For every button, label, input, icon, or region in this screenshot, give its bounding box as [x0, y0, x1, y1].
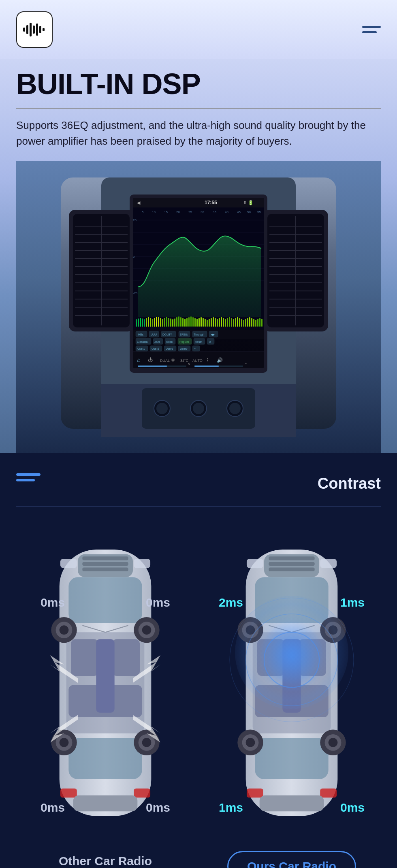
svg-rect-209	[134, 789, 150, 798]
svg-text:+: +	[245, 362, 247, 365]
svg-text:55: 55	[257, 210, 261, 214]
svg-rect-109	[219, 318, 220, 327]
svg-rect-92	[184, 319, 186, 327]
svg-rect-78	[156, 317, 157, 327]
svg-rect-101	[203, 318, 204, 327]
svg-rect-68	[136, 319, 137, 327]
svg-rect-115	[231, 318, 232, 327]
svg-text:⌇: ⌇	[207, 357, 209, 363]
svg-rect-72	[144, 319, 145, 327]
svg-point-222	[142, 738, 152, 747]
other-car-comparison: 0ms 0ms 0ms 0ms	[28, 531, 182, 868]
icon-lines	[16, 473, 41, 481]
svg-rect-242	[260, 795, 324, 812]
svg-text:45: 45	[237, 210, 241, 214]
svg-text:35: 35	[213, 210, 216, 214]
svg-rect-5	[39, 26, 41, 33]
svg-rect-129	[259, 318, 260, 327]
svg-point-219	[60, 738, 69, 747]
svg-rect-3	[33, 26, 35, 34]
svg-text:Jazz: Jazz	[154, 340, 160, 343]
other-car-view: 0ms 0ms 0ms 0ms	[36, 531, 174, 835]
svg-text:AUTO: AUTO	[192, 359, 203, 363]
icon-line-2	[16, 479, 35, 481]
section-icon	[16, 473, 41, 481]
svg-text:DUAL: DUAL	[160, 359, 170, 363]
svg-rect-239	[255, 738, 328, 779]
svg-rect-81	[162, 319, 163, 327]
svg-rect-85	[170, 319, 171, 327]
svg-text:⊙: ⊙	[209, 340, 211, 343]
svg-rect-122	[245, 319, 246, 327]
cars-comparison-row: 0ms 0ms 0ms 0ms	[16, 531, 381, 868]
svg-rect-227	[269, 562, 314, 566]
svg-text:34°C: 34°C	[180, 359, 189, 363]
svg-point-189	[193, 403, 204, 414]
svg-rect-91	[182, 318, 184, 327]
ours-top-right-ms: 1ms	[340, 596, 365, 609]
svg-rect-119	[239, 318, 240, 327]
svg-rect-93	[186, 318, 188, 327]
svg-rect-106	[213, 317, 214, 327]
svg-rect-121	[243, 320, 244, 327]
sound-logo-icon	[22, 19, 47, 40]
svg-text:25: 25	[188, 210, 192, 214]
svg-point-213	[60, 625, 69, 635]
other-car-svg	[36, 531, 174, 835]
svg-rect-97	[194, 318, 196, 327]
svg-rect-89	[178, 316, 179, 327]
svg-rect-88	[176, 317, 177, 327]
menu-button[interactable]	[362, 26, 381, 33]
svg-rect-199	[134, 559, 150, 568]
svg-text:Popular: Popular	[179, 340, 190, 344]
svg-rect-84	[168, 318, 169, 327]
svg-rect-99	[198, 318, 200, 327]
svg-rect-69	[138, 319, 139, 327]
svg-text:Rock: Rock	[166, 340, 173, 343]
menu-line-2	[362, 31, 377, 33]
svg-rect-83	[166, 317, 167, 327]
svg-rect-180	[194, 366, 219, 367]
svg-rect-4	[36, 24, 38, 36]
svg-text:User2: User2	[152, 347, 159, 350]
other-car-label: Other Car Radio	[44, 847, 166, 868]
hero-description: Supports 36EQ adjustment, and the ultra-…	[16, 118, 381, 149]
svg-rect-80	[160, 318, 161, 327]
hero-section: BUILT-IN DSP Supports 36EQ adjustment, a…	[0, 59, 397, 453]
svg-rect-164	[192, 346, 200, 351]
svg-rect-95	[190, 316, 192, 327]
svg-rect-87	[174, 319, 175, 327]
svg-text:+: +	[194, 347, 196, 350]
svg-rect-241	[320, 789, 337, 798]
svg-rect-130	[261, 319, 263, 327]
svg-text:🔊: 🔊	[217, 357, 223, 363]
svg-rect-124	[249, 317, 250, 327]
svg-text:Classical: Classical	[137, 340, 148, 343]
svg-text:◀▶: ◀▶	[211, 333, 215, 336]
svg-rect-107	[215, 318, 216, 327]
svg-text:30: 30	[201, 210, 204, 214]
svg-text:15: 15	[164, 210, 168, 214]
ours-bottom-left-ms: 1ms	[219, 801, 243, 815]
ours-car-view: 2ms 1ms 1ms 0ms	[223, 531, 361, 835]
svg-rect-120	[241, 319, 242, 327]
svg-rect-116	[233, 319, 234, 327]
svg-rect-100	[201, 317, 202, 327]
svg-rect-117	[235, 318, 236, 327]
page-title: BUILT-IN DSP	[16, 67, 381, 100]
svg-rect-230	[320, 559, 337, 568]
svg-rect-113	[227, 318, 228, 327]
svg-rect-2	[30, 23, 32, 36]
svg-text:User1: User1	[137, 347, 145, 350]
svg-rect-0	[23, 28, 25, 32]
svg-rect-76	[152, 319, 153, 327]
svg-rect-197	[82, 568, 128, 571]
svg-rect-104	[209, 319, 210, 327]
svg-rect-77	[154, 318, 155, 327]
svg-rect-195	[82, 556, 128, 560]
svg-rect-103	[207, 320, 208, 327]
ours-car-label[interactable]: Ours Car Radio	[227, 851, 356, 868]
svg-rect-240	[247, 789, 263, 798]
logo	[16, 11, 53, 48]
svg-rect-207	[68, 738, 142, 779]
